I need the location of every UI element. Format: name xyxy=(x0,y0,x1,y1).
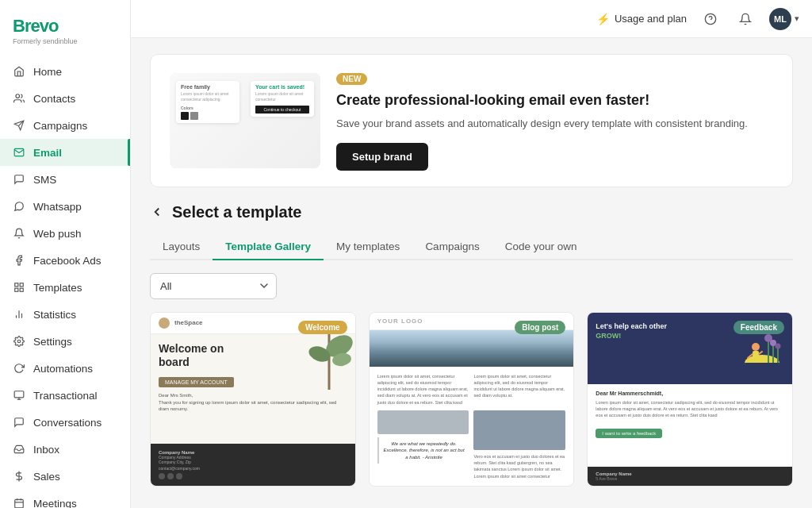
banner-preview: Free family Lorem ipsum dolor sit amet c… xyxy=(170,73,320,168)
sidebar-label-automations: Automations xyxy=(33,363,93,375)
sidebar-item-conversations[interactable]: Conversations xyxy=(0,409,130,436)
sidebar-item-home[interactable]: Home xyxy=(0,58,130,85)
settings-icon xyxy=(13,335,25,348)
sales-icon xyxy=(13,470,25,483)
sidebar: Brevo Formerly sendinblue Home Contacts … xyxy=(0,0,131,508)
card3-text: Lorem ipsum dolor sit amet, consectetur … xyxy=(596,399,784,419)
sidebar-item-email[interactable]: Email xyxy=(0,139,130,166)
sidebar-item-whatsapp[interactable]: Whatsapp xyxy=(0,193,130,220)
user-menu[interactable]: ML ▾ xyxy=(769,8,799,30)
sidebar-item-sms[interactable]: SMS xyxy=(0,166,130,193)
svg-rect-6 xyxy=(15,288,18,291)
sidebar-item-sales[interactable]: Sales xyxy=(0,463,130,490)
svg-line-29 xyxy=(759,352,762,354)
brand-sub: Formerly sendinblue xyxy=(13,37,117,45)
banner-badge: NEW xyxy=(336,73,367,85)
usage-label: Usage and plan xyxy=(615,13,687,25)
sidebar-item-settings[interactable]: Settings xyxy=(0,328,130,355)
tab-code-your-own[interactable]: Code your own xyxy=(492,234,590,260)
card3-feedback-button[interactable]: I want to write a feedback xyxy=(596,429,662,438)
sidebar-label-sales: Sales xyxy=(33,471,60,483)
card3-body: Dear Mr Hammerschmidt, Lorem ipsum dolor… xyxy=(588,384,792,467)
sidebar-label-templates: Templates xyxy=(33,282,82,294)
category-filter[interactable]: All Welcome Newsletter Promotional Trans… xyxy=(150,273,277,299)
blog-badge: Blog post xyxy=(515,321,565,334)
brand-banner: Free family Lorem ipsum dolor sit amet c… xyxy=(150,54,793,187)
facebook-icon xyxy=(13,254,25,267)
card2-text-bottom: Vero eos et accusam et justo duo dolores… xyxy=(473,453,565,479)
card2-content: YOUR LOGO Lorem ipsum dolor sit amet, co… xyxy=(370,313,574,486)
sidebar-label-meetings: Meetings xyxy=(33,498,77,509)
sidebar-item-campaigns[interactable]: Campaigns xyxy=(0,112,130,139)
welcome-badge: Welcome xyxy=(298,321,347,334)
sidebar-item-facebook[interactable]: Facebook Ads xyxy=(0,247,130,274)
main-area: ⚡ Usage and plan ML ▾ Free family Lorem … xyxy=(131,0,812,508)
statistics-icon xyxy=(13,308,25,321)
sms-icon xyxy=(13,173,25,186)
card1-footer: Company Name Company Address Company Cit… xyxy=(151,444,355,486)
email-icon xyxy=(13,146,25,159)
avatar: ML xyxy=(769,8,791,30)
template-card-blog[interactable]: YOUR LOGO Lorem ipsum dolor sit amet, co… xyxy=(369,312,575,487)
sidebar-label-conversations: Conversations xyxy=(33,417,102,429)
card2-quote: We are what we repeatedly do. Excellence… xyxy=(377,437,469,464)
sidebar-label-campaigns: Campaigns xyxy=(33,120,87,132)
card2-small-img2 xyxy=(473,410,565,450)
notifications-button[interactable] xyxy=(734,8,756,30)
tab-campaigns[interactable]: Campaigns xyxy=(412,234,492,260)
svg-point-26 xyxy=(752,343,760,351)
card2-text-left: Lorem ipsum dolor sit amet, consectetur … xyxy=(377,373,469,406)
sidebar-nav: Home Contacts Campaigns Email SMS xyxy=(0,58,130,508)
section-title: Select a template xyxy=(172,203,301,221)
sidebar-item-meetings[interactable]: Meetings xyxy=(0,490,130,508)
usage-and-plan-button[interactable]: ⚡ Usage and plan xyxy=(596,13,687,25)
sidebar-label-facebook: Facebook Ads xyxy=(33,255,102,267)
sidebar-label-whatsapp: Whatsapp xyxy=(33,201,82,213)
tab-layouts[interactable]: Layouts xyxy=(150,234,213,260)
card2-columns: Lorem ipsum dolor sit amet, consectetur … xyxy=(377,373,566,406)
card2-col-right: Lorem ipsum dolor sit amet, consectetur … xyxy=(473,373,565,406)
card1-text: Dear Mrs Smith, Thank you for signing up… xyxy=(159,392,347,412)
card2-col-left: Lorem ipsum dolor sit amet, consectetur … xyxy=(377,373,469,406)
preview-card-right: Your cart is saved! Lorem ipsum dolor si… xyxy=(251,81,314,117)
sidebar-label-sms: SMS xyxy=(33,174,56,186)
sidebar-item-transactional[interactable]: Transactional xyxy=(0,382,130,409)
sidebar-label-transactional: Transactional xyxy=(33,390,98,402)
card2-small-img xyxy=(377,410,469,434)
automations-icon xyxy=(13,362,25,375)
setup-brand-button[interactable]: Setup brand xyxy=(336,143,428,171)
sidebar-label-webpush: Web push xyxy=(33,228,82,240)
preview-card-left: Free family Lorem ipsum dolor sit amet c… xyxy=(176,81,239,123)
template-card-welcome[interactable]: theSpace Welcome onboard MANAGE MY ACCOU… xyxy=(150,312,356,487)
sidebar-label-home: Home xyxy=(33,66,62,78)
sidebar-item-webpush[interactable]: Web push xyxy=(0,220,130,247)
section-header: Select a template xyxy=(150,203,793,221)
tab-my-templates[interactable]: My templates xyxy=(324,234,412,260)
card3-content: Let's help each other GROW! xyxy=(588,313,792,486)
webpush-icon xyxy=(13,227,25,240)
card2-bottom-right: Vero eos et accusam et justo duo dolores… xyxy=(473,410,565,479)
svg-rect-11 xyxy=(14,391,24,398)
card1-content: theSpace Welcome onboard MANAGE MY ACCOU… xyxy=(151,313,355,486)
sidebar-item-templates[interactable]: Templates xyxy=(0,274,130,301)
sidebar-item-contacts[interactable]: Contacts xyxy=(0,85,130,112)
sidebar-item-inbox[interactable]: Inbox xyxy=(0,436,130,463)
sidebar-item-automations[interactable]: Automations xyxy=(0,355,130,382)
lightning-icon: ⚡ xyxy=(596,13,610,25)
card2-hero-image xyxy=(370,330,574,367)
svg-rect-5 xyxy=(20,288,23,291)
help-button[interactable] xyxy=(699,8,722,30)
card2-text-right: Lorem ipsum dolor sit amet, consectetur … xyxy=(473,373,565,399)
brand-name: Brevo xyxy=(13,16,117,37)
banner-text: NEW Create professional-looking email ev… xyxy=(336,71,773,171)
template-card-feedback[interactable]: Let's help each other GROW! xyxy=(587,312,793,487)
card2-logo: YOUR LOGO xyxy=(377,318,423,325)
svg-point-35 xyxy=(775,343,780,348)
tab-template-gallery[interactable]: Template Gallery xyxy=(213,234,324,260)
card3-headline-accent: GROW! xyxy=(596,332,621,340)
back-button[interactable] xyxy=(150,205,164,219)
topbar: ⚡ Usage and plan ML ▾ xyxy=(131,0,812,38)
sidebar-item-statistics[interactable]: Statistics xyxy=(0,301,130,328)
whatsapp-icon xyxy=(13,200,25,213)
content-area: Free family Lorem ipsum dolor sit amet c… xyxy=(131,38,812,508)
